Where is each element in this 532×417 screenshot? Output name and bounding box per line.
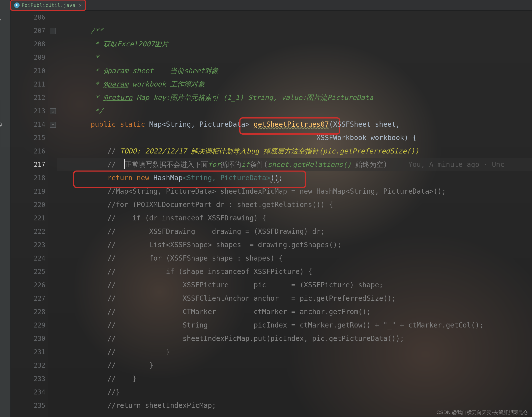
code-line[interactable]: //} <box>57 386 532 399</box>
code-line[interactable]: // if (dr instanceof XSSFDrawing) { <box>57 211 532 225</box>
code-line[interactable]: // String picIndex = ctMarker.getRow() +… <box>57 319 532 332</box>
code-line[interactable] <box>57 11 532 24</box>
line-number[interactable]: 230 <box>11 332 45 345</box>
code-line[interactable]: return new HashMap<String, PictureData>(… <box>57 171 532 185</box>
line-number[interactable]: 214 <box>11 118 45 131</box>
editor-tab-poipublicutil[interactable]: C PoiPublicUtil.java × <box>11 0 86 10</box>
line-number[interactable]: 222 <box>11 225 45 238</box>
editor-area: C PoiPublicUtil.java × 20620720820921021… <box>11 0 532 417</box>
code-line[interactable]: * @param workbook 工作簿对象 <box>57 78 532 91</box>
close-icon[interactable]: × <box>79 2 82 8</box>
code-line[interactable]: // sheetIndexPicMap.put(picIndex, pic.ge… <box>57 332 532 345</box>
line-number[interactable]: 234 <box>11 386 45 399</box>
editor-tab-bar: C PoiPublicUtil.java × <box>11 0 532 11</box>
code-line[interactable]: */ <box>57 104 532 118</box>
ide-root: Project Structure Bookmarks C PoiPublicU… <box>0 0 532 417</box>
csdn-watermark: CSDN @我自横刀向天笑-去留肝胆两昆仑 <box>437 410 528 415</box>
code-line[interactable]: // if (shape instanceof XSSFPicture) { <box>57 265 532 278</box>
fold-end-icon: ⌟ <box>50 108 56 114</box>
line-number[interactable]: 233 <box>11 372 45 386</box>
line-number[interactable]: 224 <box>11 252 45 265</box>
code-line[interactable]: * @param sheet 当前sheet对象 <box>57 64 532 78</box>
code-line[interactable]: * 获取Excel2007图片 <box>57 37 532 51</box>
code-line[interactable]: // for (XSSFShape shape : shapes) { <box>57 252 532 265</box>
line-number[interactable]: 212 <box>11 91 45 104</box>
code-line[interactable]: // 正常填写数据不会进入下面for循环的if条件(sheet.getRelat… <box>57 158 532 171</box>
line-number[interactable]: 226 <box>11 278 45 292</box>
fold-column[interactable]: −⌟− <box>48 11 57 417</box>
code-content[interactable]: /** * 获取Excel2007图片 * * @param sheet 当前s… <box>57 11 532 417</box>
line-number[interactable]: 216 <box>11 145 45 158</box>
code-line[interactable]: // } <box>57 359 532 372</box>
fold-toggle-icon[interactable]: − <box>50 28 56 34</box>
line-number[interactable]: 225 <box>11 265 45 278</box>
code-line[interactable]: // List<XSSFShape> shapes = drawing.getS… <box>57 238 532 252</box>
fold-toggle-icon[interactable]: − <box>50 122 56 128</box>
line-number[interactable]: 235 <box>11 399 45 412</box>
code-line[interactable]: // XSSFDrawing drawing = (XSSFDrawing) d… <box>57 225 532 238</box>
line-number[interactable]: 231 <box>11 345 45 359</box>
code-line[interactable]: //Map<String, PictureData> sheetIndexPic… <box>57 185 532 198</box>
line-number[interactable]: 219 <box>11 185 45 198</box>
line-number[interactable]: 232 <box>11 359 45 372</box>
code-line[interactable]: //for (POIXMLDocumentPart dr : sheet.get… <box>57 198 532 211</box>
folder-icon <box>0 31 0 36</box>
editor-tab-label: PoiPublicUtil.java <box>22 2 75 8</box>
tool-window-label: Project <box>0 9 1 30</box>
code-line[interactable]: // } <box>57 345 532 359</box>
code-line[interactable]: XSSFWorkbook workbook) { <box>57 131 532 145</box>
tool-window-button-project[interactable]: Project <box>0 24 1 37</box>
code-line[interactable]: // CTMarker ctMarker = anchor.getFrom(); <box>57 305 532 319</box>
line-number[interactable]: 221 <box>11 211 45 225</box>
code-line[interactable]: // } <box>57 372 532 386</box>
line-number[interactable]: 217 <box>11 158 45 171</box>
line-number[interactable]: 215 <box>11 131 45 145</box>
code-line[interactable]: // TODO: 2022/12/17 解决调柜计划导入bug 掉底层方法空指针… <box>57 145 532 158</box>
code-line[interactable]: * @return Map key:图片单元格索引 (1_1) String, … <box>57 91 532 104</box>
code-line[interactable]: // XSSFClientAnchor anchor = pic.getPref… <box>57 292 532 305</box>
line-number[interactable]: 213 <box>11 104 45 118</box>
line-number[interactable]: 229 <box>11 319 45 332</box>
code-editor[interactable]: 206207208209210211212213214@215216217218… <box>11 11 532 417</box>
line-number[interactable]: 210 <box>11 64 45 78</box>
code-line[interactable]: * <box>57 51 532 64</box>
line-number[interactable]: 218 <box>11 171 45 185</box>
code-line[interactable]: /** <box>57 24 532 37</box>
code-line[interactable]: public static Map<String, PictureData> g… <box>57 118 532 131</box>
line-number[interactable]: 206 <box>11 11 45 24</box>
line-number[interactable]: 211 <box>11 78 45 91</box>
line-number[interactable]: 223 <box>11 238 45 252</box>
line-number[interactable]: 207 <box>11 24 45 37</box>
line-number[interactable]: 227 <box>11 292 45 305</box>
tool-window-stripe-left: Project Structure Bookmarks <box>0 0 11 417</box>
java-class-icon: C <box>14 2 20 8</box>
line-number[interactable]: 208 <box>11 37 45 51</box>
line-number[interactable]: 209 <box>11 51 45 64</box>
line-number[interactable]: 228 <box>11 305 45 319</box>
line-number[interactable]: 220 <box>11 198 45 211</box>
code-line[interactable]: // XSSFPicture pic = (XSSFPicture) shape… <box>57 278 532 292</box>
line-number-gutter[interactable]: 206207208209210211212213214@215216217218… <box>11 11 48 417</box>
